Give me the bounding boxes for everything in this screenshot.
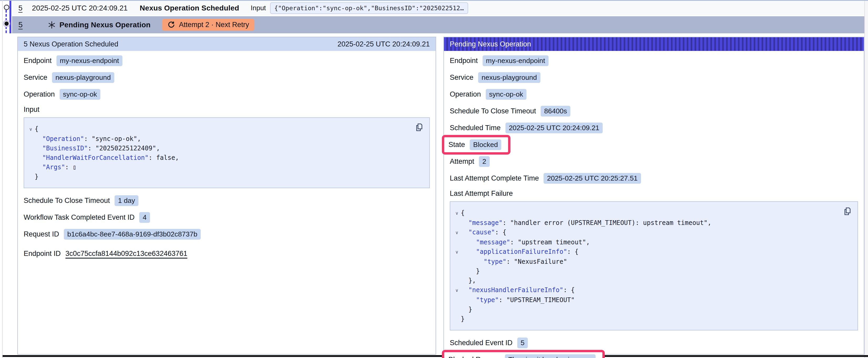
field-label: Endpoint (24, 57, 52, 65)
left-edge-divider (2, 0, 3, 358)
collapse-chevron-icon[interactable]: ∨ (27, 124, 35, 134)
code-line: "HandlerWaitForCancellation": false, (27, 153, 424, 162)
last-attempt-failure-label: Last Attempt Failure (450, 190, 858, 198)
code-text: } (461, 305, 472, 314)
code-text: "applicationFailureInfo": { (461, 247, 579, 257)
endpoint-id-link[interactable]: 3c0c75ccfa8144b092c13ce632463761 (65, 250, 187, 258)
code-gutter (453, 305, 461, 314)
field-label: Last Attempt Complete Time (450, 174, 539, 183)
field-row: Last Attempt Complete Time2025-02-25 UTC… (450, 173, 858, 184)
field-row: Servicenexus-playground (450, 72, 858, 83)
field-value-chip: sync-op-ok (486, 89, 527, 100)
code-gutter (453, 257, 461, 266)
event-id-link[interactable]: 5 (19, 4, 23, 12)
code-text: { (35, 124, 38, 134)
event-input-label: Input (251, 4, 266, 12)
timeline-current-dot-icon[interactable] (2, 20, 11, 29)
copy-icon[interactable] (414, 123, 424, 133)
field-label: Schedule To Close Timeout (450, 107, 536, 115)
collapse-chevron-icon[interactable]: ∨ (453, 247, 461, 257)
code-gutter (453, 266, 461, 276)
scheduled-event-panel: 5 Nexus Operation Scheduled 2025-02-25 U… (17, 37, 436, 355)
field-label: Scheduled Time (450, 124, 501, 132)
collapse-chevron-icon[interactable]: ∨ (453, 208, 461, 218)
field-label: Endpoint (450, 57, 478, 65)
failure-json-viewer: ∨{ "message": "handler error (UPSTREAM_T… (450, 201, 858, 330)
scheduled-panel-timestamp: 2025-02-25 UTC 20:24:09.21 (338, 40, 430, 48)
code-text: "type": "UPSTREAM_TIMEOUT" (461, 295, 575, 305)
pending-operation-panel: Pending Nexus Operation Endpointmy-nexus… (443, 37, 864, 355)
field-row: Scheduled Event ID5 (450, 337, 858, 348)
pending-panel-header: Pending Nexus Operation (444, 37, 864, 51)
field-label: Request ID (24, 230, 59, 238)
code-gutter (453, 237, 461, 247)
event-input-preview-chip: {"Operation":"sync-op-ok","BusinessID":"… (270, 2, 468, 14)
code-line: } (453, 266, 852, 276)
pending-panel-body: Endpointmy-nexus-endpointServicenexus-pl… (444, 51, 864, 358)
field-label: Operation (24, 90, 55, 98)
field-value-chip: 4 (139, 212, 150, 223)
attempt-retry-badge: Attempt 2 · Next Retry (162, 19, 254, 31)
code-line: ∨ "nexusHandlerFailureInfo": { (453, 285, 852, 295)
pending-event-title: Pending Nexus Operation (59, 21, 151, 29)
pending-fields-bottom: Scheduled Event ID5Blocked ReasonThe cir… (450, 337, 858, 358)
pending-event-id-link[interactable]: 5 (19, 21, 23, 29)
code-line: "Operation": "sync-op-ok", (27, 134, 424, 143)
copy-icon[interactable] (843, 206, 852, 217)
pending-fields-top: Endpointmy-nexus-endpointServicenexus-pl… (450, 55, 858, 184)
code-text: } (461, 266, 480, 276)
scheduled-panel-title: 5 Nexus Operation Scheduled (24, 40, 118, 48)
code-line: } (27, 172, 424, 182)
code-line: } (453, 305, 852, 314)
field-value-chip: nexus-playground (478, 72, 540, 83)
scrollbar-gutter[interactable] (864, 1, 868, 358)
code-text: } (35, 172, 38, 182)
field-row: Schedule To Close Timeout86400s (450, 105, 858, 117)
code-gutter (27, 172, 35, 182)
field-label: Schedule To Close Timeout (24, 197, 110, 205)
annotation-highlight-box: Blocked ReasonThe circuit breaker is ope… (442, 350, 605, 358)
code-gutter (27, 134, 35, 143)
code-text: "Operation": "sync-op-ok", (35, 134, 141, 143)
code-line: ∨{ (27, 124, 424, 134)
code-text: { (461, 208, 464, 218)
event-row-scheduled[interactable]: 5 2025-02-25 UTC 20:24:09.21 Nexus Opera… (12, 1, 864, 15)
collapse-chevron-icon[interactable]: ∨ (453, 228, 461, 237)
code-gutter (27, 143, 35, 153)
field-row: Blocked ReasonThe circuit breaker is ope… (450, 354, 858, 358)
scheduled-fields-bottom: Schedule To Close Timeout1 dayWorkflow T… (24, 195, 430, 259)
state-value: Blocked (470, 139, 501, 150)
code-text: "Args": ▯ (35, 162, 76, 172)
field-row: Endpoint ID3c0c75ccfa8144b092c13ce632463… (24, 248, 430, 259)
code-line: "type": "UPSTREAM_TIMEOUT" (453, 295, 852, 305)
workflow-event-history-view: 5 2025-02-25 UTC 20:24:09.21 Nexus Opera… (0, 0, 868, 358)
event-timestamp: 2025-02-25 UTC 20:24:09.21 (32, 4, 128, 12)
event-title: Nexus Operation Scheduled (140, 4, 239, 12)
field-row: Request IDb1c6a4bc-8ee7-468a-9169-df3b02… (24, 229, 430, 240)
timeline-open-circle-icon[interactable] (3, 4, 10, 11)
field-label: Scheduled Event ID (450, 339, 513, 347)
field-label: State (448, 141, 465, 149)
code-gutter (27, 162, 35, 172)
code-line: }, (453, 276, 852, 285)
code-text: }, (461, 276, 476, 285)
code-text: "BusinessID": "20250225122409", (35, 143, 160, 153)
blocked-reason-value: The circuit breaker is open. (505, 354, 596, 358)
code-line: } (453, 314, 852, 324)
field-value-chip: b1c6a4bc-8ee7-468a-9169-df3b02c8737b (64, 229, 201, 240)
code-text: "cause": { (461, 228, 506, 237)
field-row: Scheduled Time2025-02-25 UTC 20:24:09.21 (450, 122, 858, 133)
field-row: Attempt2 (450, 156, 858, 167)
asterisk-icon (48, 21, 56, 29)
code-text: "message": "upstream timeout", (461, 237, 590, 247)
field-label: Operation (450, 90, 481, 98)
code-gutter (453, 276, 461, 285)
code-text: "nexusHandlerFailureInfo": { (461, 285, 575, 295)
code-gutter (27, 153, 35, 162)
field-value-chip: nexus-playground (52, 72, 114, 83)
field-value-chip: sync-op-ok (60, 89, 101, 100)
code-line: ∨ "applicationFailureInfo": { (453, 247, 852, 257)
collapse-chevron-icon[interactable]: ∨ (453, 285, 461, 295)
field-label: Service (24, 73, 47, 82)
event-row-pending[interactable]: 5 Pending Nexus Operation Attempt 2 · Ne… (12, 16, 864, 33)
